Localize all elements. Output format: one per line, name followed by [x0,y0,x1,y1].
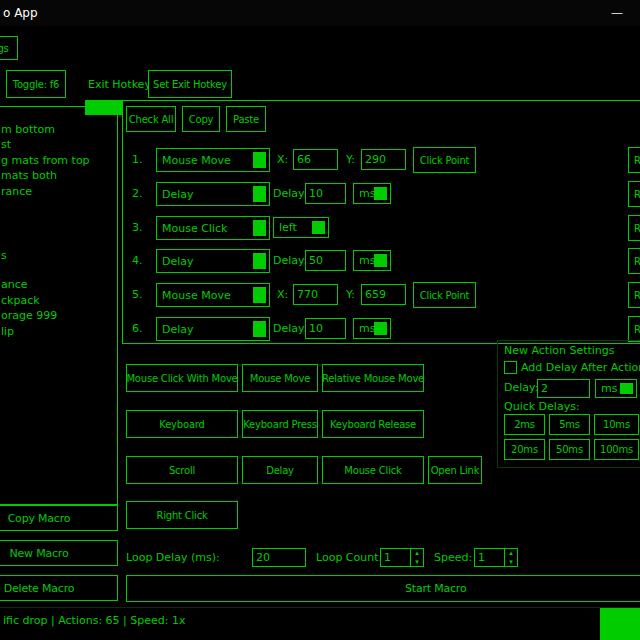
dropdown-arrow-icon [374,187,387,200]
quick-delay-20ms-button[interactable]: 20ms [504,439,545,460]
button-label: Open Link [431,465,480,476]
tab-settings-label: gs [0,43,9,54]
click-point-button[interactable]: Click Point [413,147,476,173]
add-keyboard-button[interactable]: Keyboard [126,410,238,438]
button-label: Keyboard [159,419,204,430]
spinner-up-icon[interactable]: ▴ [505,549,517,558]
click-point-button[interactable]: Click Point [413,282,476,308]
tab-settings[interactable]: gs [0,36,18,60]
y-coordinate-input[interactable] [361,284,406,305]
action-type-dropdown[interactable]: Delay [156,317,270,341]
delay-unit-dropdown[interactable]: ms [353,318,391,339]
x-coordinate-input[interactable] [293,284,338,305]
y-coordinate-input[interactable] [361,149,406,170]
macro-list-item[interactable]: m bottom [1,122,55,137]
quick-delay-50ms-button[interactable]: 50ms [549,439,590,460]
add-right-click-button[interactable]: Right Click [126,501,238,529]
macro-list-item[interactable]: ckpack [1,293,40,308]
start-macro-button[interactable]: Start Macro [126,575,640,602]
copy-button[interactable]: Copy [182,106,220,132]
remove-action-button[interactable]: R [628,215,640,241]
minimize-icon: — [611,6,623,20]
remove-action-button[interactable]: R [628,248,640,274]
mouse-button-dropdown[interactable]: left [273,217,329,238]
add-scroll-button[interactable]: Scroll [126,456,238,484]
mouse-button-value: left [279,221,297,234]
loop-count-stepper[interactable]: ▴ ▾ [380,548,424,567]
delay-value-input[interactable] [305,318,346,339]
remove-action-button[interactable]: R [628,147,640,173]
spinner-arrows: ▴ ▾ [410,549,423,566]
delete-macro-button[interactable]: Delete Macro [0,575,118,601]
add-mouse-click-button[interactable]: Mouse Click [322,456,424,484]
new-macro-button[interactable]: New Macro [0,540,118,566]
new-action-settings-title: New Action Settings [504,344,615,357]
action-row-number: 5. [132,288,143,301]
check-all-button[interactable]: Check All [126,106,176,132]
button-label: 20ms [511,444,538,455]
action-type-dropdown[interactable]: Delay [156,182,270,206]
title-bar: o App — [0,0,640,26]
remove-action-button[interactable]: R [628,316,640,342]
delay-label: Delay: [273,254,307,267]
dropdown-arrow-icon [374,322,387,335]
loop-count-input[interactable] [381,549,410,566]
paste-button[interactable]: Paste [226,106,266,132]
quick-delay-100ms-button[interactable]: 100ms [594,439,639,460]
spinner-down-icon[interactable]: ▾ [505,558,517,567]
macro-list-item[interactable]: ance [1,277,28,292]
quick-delay-10ms-button[interactable]: 10ms [594,414,639,435]
delay-label: Delay: [273,187,307,200]
macro-list-item[interactable]: mats both [1,168,57,183]
macro-list-item[interactable]: st [1,137,11,152]
action-type-dropdown[interactable]: Mouse Move [156,283,270,307]
macro-list-item[interactable]: g mats from top [1,153,90,168]
x-label: X: [277,153,288,166]
toggle-hotkey-label: Toggle: f6 [13,79,60,90]
quick-delay-5ms-button[interactable]: 5ms [549,414,590,435]
macro-list-item[interactable]: rance [1,184,32,199]
action-type-dropdown[interactable]: Delay [156,249,270,273]
x-coordinate-input[interactable] [293,149,338,170]
button-label: 100ms [600,444,633,455]
macro-list-item[interactable]: lip [1,324,14,339]
add-keyboard-release-button[interactable]: Keyboard Release [322,410,424,438]
delay-value-input[interactable] [305,250,346,271]
loop-delay-input[interactable] [252,548,306,567]
delay-unit-value: ms [359,187,375,200]
delay-value-input[interactable] [305,183,346,204]
add-mouse-click-with-move-button[interactable]: Mouse Click With Move [126,364,238,392]
set-exit-hotkey-button[interactable]: Set Exit Hotkey [148,70,232,98]
add-delay-button[interactable]: Delay [242,456,318,484]
selected-macro-item[interactable] [85,100,122,115]
loop-delay-label: Loop Delay (ms): [126,551,220,564]
dropdown-arrow-icon [253,253,266,269]
add-delay-after-action-checkbox[interactable] [504,361,517,374]
macro-list-item[interactable]: orage 999 [1,308,57,323]
remove-action-button[interactable]: R [628,282,640,308]
quick-delay-2ms-button[interactable]: 2ms [504,414,545,435]
add-keyboard-press-button[interactable]: Keyboard Press [242,410,318,438]
add-relative-mouse-move-button[interactable]: Relative Mouse Move [322,364,424,392]
delay-unit-dropdown[interactable]: ms [353,183,391,204]
button-label: Mouse Click With Move [126,373,237,384]
delay-unit-value: ms [359,322,375,335]
action-type-dropdown[interactable]: Mouse Move [156,148,270,172]
new-action-delay-input[interactable] [537,379,590,398]
delay-unit-dropdown[interactable]: ms [353,250,391,271]
minimize-button[interactable]: — [594,0,640,26]
spinner-up-icon[interactable]: ▴ [411,549,423,558]
copy-macro-button[interactable]: Copy Macro [0,505,118,531]
spinner-down-icon[interactable]: ▾ [411,558,423,567]
action-type-dropdown[interactable]: Mouse Click [156,216,270,240]
remove-label: R [634,155,640,166]
speed-stepper[interactable]: ▴ ▾ [474,548,518,567]
add-open-link-button[interactable]: Open Link [428,456,482,484]
add-mouse-move-button[interactable]: Mouse Move [242,364,318,392]
loop-count-label: Loop Count: [316,551,382,564]
toggle-hotkey-button[interactable]: Toggle: f6 [6,70,66,98]
speed-input[interactable] [475,549,504,566]
macro-list-item[interactable]: s [1,248,7,263]
remove-action-button[interactable]: R [628,181,640,207]
new-action-delay-unit-dropdown[interactable]: ms [595,379,637,398]
